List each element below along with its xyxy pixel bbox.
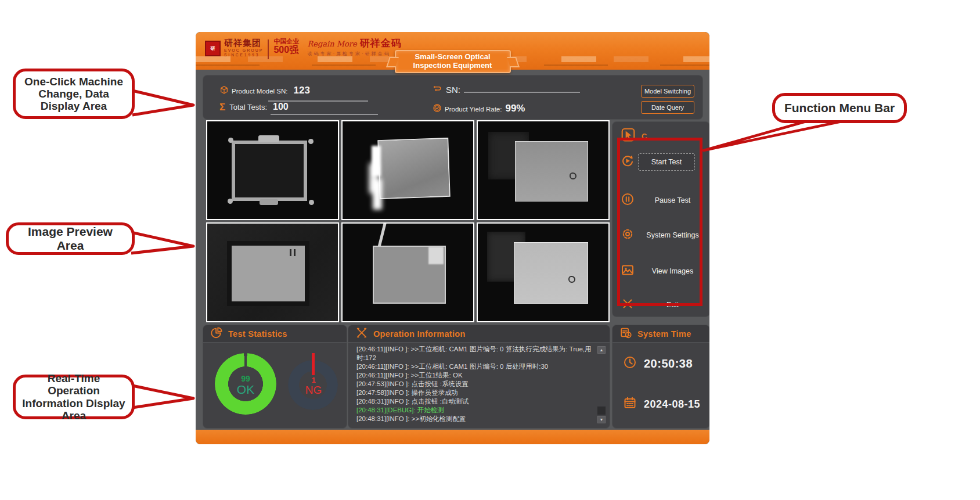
ok-donut-label: 99 OK <box>229 375 262 396</box>
log-line: [20:48:31][INFO ]: 点击按钮 :自动测试 <box>356 397 595 406</box>
screenshot-canvas: 研 研祥集团 EVOC GROUP SINCE1993 中国企业 500强 Re… <box>0 0 980 500</box>
camera-image-1 <box>206 120 339 220</box>
log-scroll-down-button[interactable]: ▼ <box>597 416 606 423</box>
app-header: 研 研祥集团 EVOC GROUP SINCE1993 中国企业 500强 Re… <box>196 32 709 70</box>
current-time: 20:50:38 <box>644 357 693 370</box>
app-title-line1: Small-Screen Optical <box>415 53 490 62</box>
inspected-panel <box>227 241 309 306</box>
ng-text: NG <box>297 384 330 396</box>
sigma-icon: Σ <box>219 102 225 113</box>
operation-info-title: Operation Information <box>373 329 466 339</box>
log-line: [20:46:11][INFO ]: >>工位相机: CAM1 图片编号: 0 … <box>356 345 595 362</box>
callout-tail-function-menu <box>704 121 842 150</box>
inspected-panel <box>232 141 307 201</box>
total-tests-label: Total Tests: <box>229 103 267 111</box>
app-title-line2: Inspection Equipment <box>413 62 492 70</box>
logo-divider <box>268 39 269 59</box>
callout-tail-image-preview <box>131 232 193 253</box>
logo-rank-line1: 中国企业 <box>273 38 299 45</box>
inspected-panel <box>515 141 588 202</box>
ok-text: OK <box>229 383 262 396</box>
sn-label: SN: <box>446 85 460 95</box>
callout-image-preview: Image Preview Area <box>6 222 135 255</box>
callout-tail-data-area <box>132 91 193 115</box>
evoc-logo-icon: 研 <box>205 41 221 56</box>
log-line: [20:48:31][INFO ]: >>初始化检测配置 <box>356 415 595 423</box>
log-scroll-up-button[interactable]: ▲ <box>597 346 606 354</box>
calendar-icon <box>623 396 637 412</box>
clock-icon <box>623 355 637 372</box>
callout-realtime-info: Real-Time Operation Information Display … <box>13 375 135 419</box>
test-statistics-header: Test Statistics <box>203 325 347 343</box>
ng-donut-label: 1 NG <box>297 376 330 396</box>
log-scroll-thumb[interactable] <box>597 407 606 415</box>
inspected-panel <box>514 242 588 304</box>
system-time-title: System Time <box>637 329 691 339</box>
date-query-button[interactable]: Date Query <box>641 101 694 114</box>
image-preview-grid <box>206 120 610 322</box>
brand-logo: 研 研祥集团 EVOC GROUP SINCE1993 中国企业 500强 Re… <box>205 38 402 59</box>
log-line: [20:47:53][INFO ]: 点击按钮 :系统设置 <box>356 380 595 389</box>
model-switching-button[interactable]: Model Switching <box>641 85 694 98</box>
logo-since: SINCE1993 <box>224 53 263 57</box>
operation-info-header: Operation Information <box>348 325 610 343</box>
inspected-panel <box>377 138 450 199</box>
ng-donut-slice <box>312 353 315 375</box>
crossed-tools-icon <box>355 326 368 341</box>
current-time-row: 20:50:38 <box>623 355 693 372</box>
operation-log: [20:46:11][INFO ]: >>工位相机: CAM1 图片编号: 0 … <box>356 345 595 425</box>
log-line: [20:46:11][INFO ]: >>工位相机: CAM1 图片编号: 0 … <box>356 362 595 371</box>
logo-tagline: 读码专家·屏检专家·研祥金码 <box>307 52 401 56</box>
sn-value <box>464 90 580 93</box>
test-statistics-title: Test Statistics <box>228 329 287 339</box>
ok-count: 99 <box>229 375 262 383</box>
logo-script-text: Regain More <box>307 40 356 48</box>
product-model-value: 123 <box>291 85 391 98</box>
logo-rank-line2: 500强 <box>273 45 299 55</box>
current-date-row: 2024-08-15 <box>623 396 700 412</box>
logo-group-name: 研祥集团 <box>224 38 263 47</box>
app-title-plate: Small-Screen Optical Inspection Equipmen… <box>395 50 511 73</box>
check-circle-icon <box>433 103 442 115</box>
yield-rate-label: Product Yield Rate: <box>445 106 502 113</box>
camera-image-5 <box>341 222 474 322</box>
yield-rate-field: Product Yield Rate: 99% <box>433 102 527 116</box>
route-icon <box>433 84 443 96</box>
test-statistics-panel: Test Statistics 99 OK 1 NG <box>203 325 347 428</box>
bottom-orange-bar <box>196 430 709 444</box>
yield-rate-value: 99% <box>503 103 527 116</box>
camera-image-2 <box>341 120 474 220</box>
operation-info-panel: Operation Information [20:46:11][INFO ]:… <box>348 325 610 428</box>
data-display-panel: Product Model SN: 123 SN: Σ Total Tests:… <box>203 75 702 119</box>
pie-chart-icon <box>210 326 223 341</box>
calendar-clock-icon <box>619 326 632 341</box>
callout-data-area: One-Click Machine Change, Data Display A… <box>13 69 135 119</box>
product-model-label: Product Model SN: <box>232 88 288 95</box>
callout-function-menu: Function Menu Bar <box>772 93 907 123</box>
function-menu-highlight-rect <box>617 138 702 306</box>
camera-image-3 <box>477 120 610 220</box>
logo-brand-name: 研祥金码 <box>360 38 402 48</box>
log-line: [20:46:11][INFO ]: >>工位1结果: OK <box>356 371 595 380</box>
system-time-header: System Time <box>613 325 709 343</box>
camera-image-4 <box>206 222 339 322</box>
log-line-debug: [20:48:31][DEBUG]: 开始检测 <box>356 406 595 415</box>
system-time-panel: System Time 20:50:38 2024-08-15 <box>613 325 709 428</box>
logo-group-sub: EVOC GROUP <box>224 48 263 52</box>
sn-field: SN: <box>433 82 580 95</box>
camera-image-6 <box>477 222 610 322</box>
product-model-field: Product Model SN: 123 <box>219 84 391 98</box>
total-tests-value: 100 <box>271 102 378 115</box>
callout-tail-realtime-info <box>132 386 193 408</box>
ng-count: 1 <box>297 376 330 384</box>
cube-icon <box>219 85 229 97</box>
total-tests-field: Σ Total Tests: 100 <box>219 101 378 115</box>
current-date: 2024-08-15 <box>644 398 700 411</box>
log-line: [20:47:58][INFO ]: 操作员登录成功 <box>356 389 595 397</box>
